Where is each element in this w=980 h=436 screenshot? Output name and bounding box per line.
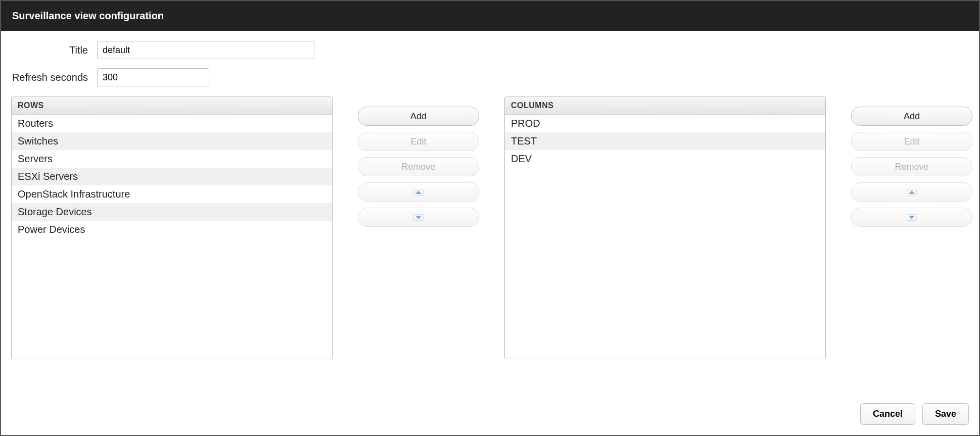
list-item[interactable]: Servers [12, 150, 332, 168]
list-item[interactable]: OpenStack Infrastructure [12, 185, 332, 203]
rows-items: Routers Switches Servers ESXi Servers Op… [12, 115, 332, 359]
list-item[interactable]: TEST [505, 132, 825, 150]
title-input[interactable] [97, 41, 314, 59]
list-item[interactable]: Switches [12, 132, 332, 150]
list-item[interactable]: Power Devices [12, 221, 332, 238]
panels-container: ROWS Routers Switches Servers ESXi Serve… [11, 96, 969, 359]
refresh-row: Refresh seconds [11, 68, 969, 86]
columns-remove-button[interactable]: Remove [851, 157, 972, 176]
columns-group: COLUMNS PROD TEST DEV Add Edit Remove [504, 96, 972, 359]
rows-move-down-button[interactable] [358, 208, 479, 227]
list-item[interactable]: PROD [505, 115, 825, 132]
list-item[interactable]: DEV [505, 150, 825, 168]
list-item[interactable]: Routers [12, 115, 332, 132]
save-button[interactable]: Save [922, 403, 969, 425]
chevron-up-icon [413, 189, 424, 196]
rows-listbox[interactable]: ROWS Routers Switches Servers ESXi Serve… [11, 96, 333, 359]
columns-items: PROD TEST DEV [505, 115, 825, 359]
columns-header: COLUMNS [505, 97, 825, 115]
dialog-footer: Cancel Save [1, 393, 979, 435]
dialog-content: Title Refresh seconds ROWS Routers Switc… [1, 31, 979, 393]
columns-listbox[interactable]: COLUMNS PROD TEST DEV [504, 96, 826, 359]
rows-button-stack: Add Edit Remove [358, 96, 479, 227]
columns-add-button[interactable]: Add [851, 107, 972, 126]
title-label: Title [11, 44, 97, 56]
chevron-down-icon [907, 214, 917, 221]
list-item[interactable]: ESXi Servers [12, 168, 332, 185]
rows-move-up-button[interactable] [358, 182, 479, 202]
columns-move-up-button[interactable] [851, 182, 972, 202]
refresh-seconds-input[interactable] [97, 68, 209, 86]
rows-add-button[interactable]: Add [358, 107, 479, 126]
list-item[interactable]: Storage Devices [12, 203, 332, 221]
config-dialog: Surveillance view configuration Title Re… [0, 0, 980, 436]
refresh-label: Refresh seconds [11, 72, 97, 83]
columns-edit-button[interactable]: Edit [851, 132, 972, 151]
columns-button-stack: Add Edit Remove [851, 96, 972, 227]
chevron-down-icon [413, 214, 424, 221]
rows-remove-button[interactable]: Remove [358, 157, 479, 176]
title-row: Title [11, 41, 969, 59]
rows-edit-button[interactable]: Edit [358, 132, 479, 151]
dialog-title: Surveillance view configuration [1, 1, 979, 31]
rows-group: ROWS Routers Switches Servers ESXi Serve… [11, 96, 479, 359]
cancel-button[interactable]: Cancel [860, 403, 915, 425]
chevron-up-icon [907, 189, 917, 196]
columns-move-down-button[interactable] [851, 208, 972, 227]
rows-header: ROWS [12, 97, 332, 115]
